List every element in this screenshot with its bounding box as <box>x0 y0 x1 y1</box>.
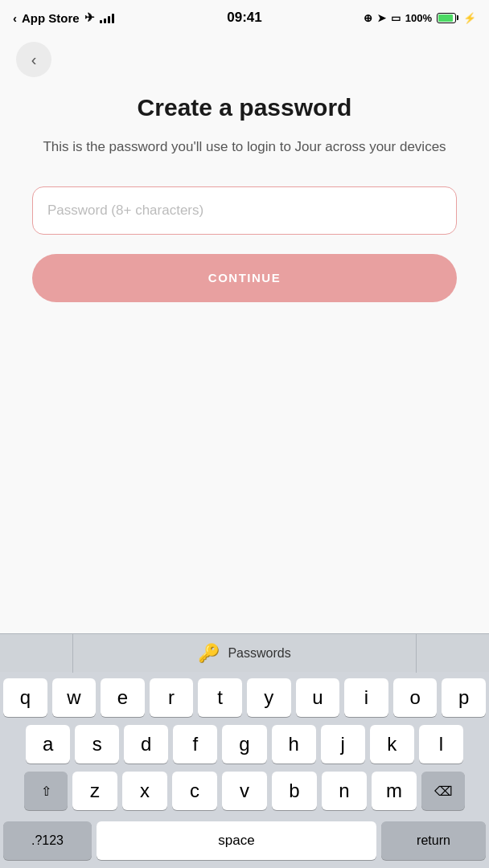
screen-icon: ▭ <box>391 12 401 24</box>
key-r[interactable]: r <box>150 678 194 717</box>
keyboard-row-2: a s d f g h j k l <box>3 725 486 764</box>
space-key[interactable]: space <box>97 821 376 860</box>
status-bar-time: 09:41 <box>227 10 261 26</box>
keyboard-row-3: ⇧ z x c v b n m ⌫ <box>3 772 486 810</box>
password-input[interactable] <box>32 186 457 235</box>
key-w[interactable]: w <box>52 678 97 717</box>
keyboard-area: 🔑 Passwords q w e r t y u i o p a s d f … <box>0 633 489 868</box>
passwords-label: Passwords <box>228 646 290 661</box>
status-bar-right: ⊕ ➤ ▭ 100% ⚡ <box>364 12 476 24</box>
keyboard-bottom-row: .?123 space return <box>0 821 489 868</box>
key-v[interactable]: v <box>222 772 267 810</box>
signal-bars <box>100 13 114 23</box>
carrier-label: App Store <box>22 11 80 25</box>
key-e[interactable]: e <box>101 678 145 717</box>
divider-right <box>416 634 417 673</box>
key-j[interactable]: j <box>321 725 365 764</box>
numbers-key[interactable]: .?123 <box>3 821 92 860</box>
key-x[interactable]: x <box>122 772 167 810</box>
status-bar: ‹ App Store ✈ 09:41 ⊕ ➤ ▭ 100% ⚡ <box>0 0 489 35</box>
key-i[interactable]: i <box>344 678 388 717</box>
keyboard-row-1: q w e r t y u i o p <box>3 678 486 717</box>
chevron-left-icon: ‹ <box>31 51 37 69</box>
key-y[interactable]: y <box>247 678 291 717</box>
divider-left <box>72 634 73 673</box>
return-key[interactable]: return <box>381 821 486 860</box>
key-m[interactable]: m <box>372 772 417 810</box>
keyboard-rows: q w e r t y u i o p a s d f g h j k l ⇧ … <box>0 672 489 821</box>
back-button-area: ‹ <box>0 35 489 77</box>
page-subtitle: This is the password you'll use to login… <box>43 137 446 158</box>
continue-button[interactable]: CONTINUE <box>32 254 457 302</box>
key-k[interactable]: k <box>370 725 414 764</box>
status-bar-left: ‹ App Store ✈ <box>13 10 114 25</box>
back-button[interactable]: ‹ <box>16 42 51 77</box>
battery-indicator <box>437 13 458 23</box>
key-n[interactable]: n <box>322 772 367 810</box>
key-t[interactable]: t <box>198 678 242 717</box>
keyboard-top-bar: 🔑 Passwords <box>0 633 489 672</box>
key-a[interactable]: a <box>26 725 70 764</box>
key-d[interactable]: d <box>124 725 168 764</box>
battery-percent-label: 100% <box>405 12 432 24</box>
key-p[interactable]: p <box>442 678 486 717</box>
key-c[interactable]: c <box>172 772 217 810</box>
key-o[interactable]: o <box>393 678 438 717</box>
key-g[interactable]: g <box>222 725 266 764</box>
key-f[interactable]: f <box>173 725 217 764</box>
key-s[interactable]: s <box>75 725 119 764</box>
page-title: Create a password <box>138 93 352 122</box>
key-q[interactable]: q <box>3 678 47 717</box>
key-l[interactable]: l <box>419 725 463 764</box>
navigation-icon: ➤ <box>377 12 386 24</box>
delete-key[interactable]: ⌫ <box>421 772 465 810</box>
key-icon: 🔑 <box>198 643 220 664</box>
main-content: Create a password This is the password y… <box>0 77 489 302</box>
back-arrow-icon: ‹ <box>13 11 17 25</box>
key-z[interactable]: z <box>72 772 117 810</box>
key-u[interactable]: u <box>296 678 340 717</box>
charging-icon: ⚡ <box>463 12 476 24</box>
key-h[interactable]: h <box>272 725 316 764</box>
shift-key[interactable]: ⇧ <box>24 772 68 810</box>
location-icon: ⊕ <box>364 12 372 24</box>
airplane-icon: ✈ <box>84 10 95 25</box>
key-b[interactable]: b <box>272 772 317 810</box>
